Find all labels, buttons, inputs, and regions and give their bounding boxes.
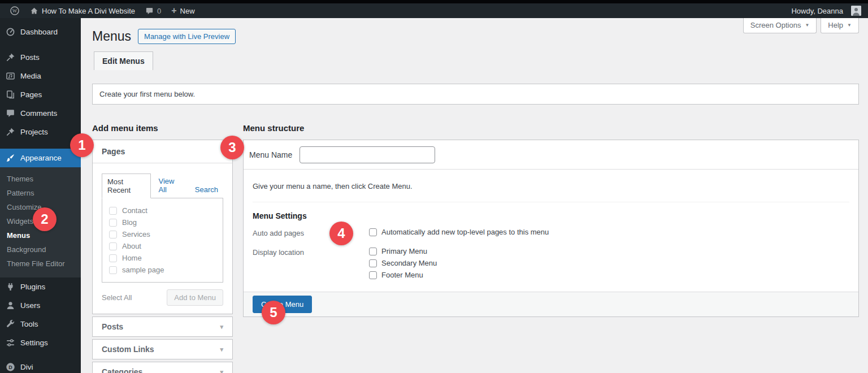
- sidebar-item-appearance[interactable]: Appearance: [0, 149, 81, 167]
- create-menu-button[interactable]: Create Menu: [253, 296, 312, 313]
- page-checkbox-row[interactable]: sample page: [102, 264, 223, 276]
- checkbox[interactable]: [109, 231, 117, 238]
- sidebar-item-label: Comments: [20, 109, 57, 118]
- select-all-link[interactable]: Select All: [102, 293, 132, 302]
- menu-name-label: Menu Name: [249, 150, 292, 159]
- sidebar-item-tools[interactable]: Tools: [0, 315, 81, 333]
- plus-icon: +: [171, 6, 176, 15]
- admin-sidebar: Dashboard Posts Media Pages Comments: [0, 18, 81, 373]
- menu-help-text: Give your menu a name, then click Create…: [253, 182, 849, 190]
- checkbox[interactable]: [109, 242, 117, 250]
- appearance-submenu: Themes Patterns Customize Widgets Menus …: [0, 167, 81, 277]
- submenu-item-background[interactable]: Background: [0, 242, 81, 257]
- plugin-icon: [6, 282, 15, 292]
- display-location-label: Display location: [253, 247, 369, 283]
- location-footer-menu[interactable]: Footer Menu: [369, 271, 437, 279]
- dashboard-icon: [6, 27, 15, 37]
- new-label: New: [180, 7, 195, 15]
- location-primary-menu[interactable]: Primary Menu: [369, 247, 437, 255]
- media-icon: [6, 71, 15, 81]
- sidebar-item-posts[interactable]: Posts: [0, 48, 81, 67]
- sidebar-item-media[interactable]: Media: [0, 67, 81, 85]
- tab-search[interactable]: Search: [190, 182, 223, 198]
- checkbox-label: Primary Menu: [381, 247, 427, 255]
- sidebar-item-label: Divi: [20, 363, 33, 371]
- main-content: Screen Options ▼ Help ▼ Menus Manage wit…: [81, 18, 868, 373]
- sidebar-item-pages[interactable]: Pages: [0, 85, 81, 104]
- menu-name-input[interactable]: [300, 146, 435, 163]
- help-button[interactable]: Help ▼: [821, 18, 859, 33]
- menu-structure-panel: Menu Name Give your menu a name, then cl…: [243, 140, 859, 317]
- accordion-label: Custom Links: [102, 345, 154, 354]
- checkbox[interactable]: [109, 219, 117, 227]
- checkbox[interactable]: [109, 254, 117, 262]
- sidebar-item-comments[interactable]: Comments: [0, 104, 81, 123]
- sidebar-item-label: Plugins: [20, 283, 45, 291]
- menu-settings-heading: Menu Settings: [253, 211, 849, 220]
- comment-bubble-icon: [6, 109, 15, 118]
- submenu-item-menus[interactable]: Menus: [0, 228, 81, 242]
- divider: [253, 202, 849, 202]
- sidebar-item-label: Appearance: [20, 154, 62, 162]
- auto-add-pages-label: Auto add pages: [253, 228, 369, 240]
- accordion-custom-links[interactable]: Custom Links ▾: [92, 339, 233, 359]
- wordpress-admin-screen: W How To Make A Divi Website 0 + New: [0, 0, 868, 373]
- accordion-categories[interactable]: Categories ▾: [92, 362, 233, 373]
- chevron-down-icon: ▼: [805, 23, 809, 28]
- tab-view-all[interactable]: View All: [154, 174, 187, 198]
- sidebar-item-divi[interactable]: D Divi: [0, 358, 81, 373]
- wordpress-logo[interactable]: W: [5, 3, 25, 18]
- page-checkbox-row[interactable]: Contact: [102, 205, 223, 216]
- submenu-item-widgets[interactable]: Widgets: [0, 214, 81, 228]
- checkbox[interactable]: [369, 248, 377, 255]
- paintbrush-icon: [6, 153, 15, 163]
- submenu-item-themes[interactable]: Themes: [0, 172, 81, 186]
- checkbox[interactable]: [369, 259, 377, 267]
- sidebar-item-users[interactable]: Users: [0, 296, 81, 315]
- live-preview-button[interactable]: Manage with Live Preview: [138, 29, 236, 44]
- submenu-item-theme-file-editor[interactable]: Theme File Editor: [0, 257, 81, 271]
- page-checkbox-row[interactable]: Blog: [102, 216, 223, 228]
- tab-most-recent[interactable]: Most Recent: [102, 174, 151, 198]
- checkbox-label: Secondary Menu: [381, 259, 437, 267]
- page-checkbox-row[interactable]: Services: [102, 228, 223, 240]
- accordion-label: Posts: [102, 322, 123, 331]
- submenu-item-customize[interactable]: Customize: [0, 200, 81, 214]
- admin-bar-site-name[interactable]: How To Make A Divi Website: [25, 3, 140, 18]
- page-checkbox-row[interactable]: Home: [102, 252, 223, 264]
- pages-accordion-header[interactable]: Pages: [93, 140, 232, 163]
- checkbox[interactable]: [109, 266, 117, 274]
- help-label: Help: [828, 21, 843, 29]
- accordion-label: Categories: [102, 367, 142, 373]
- wrench-icon: [6, 319, 15, 329]
- checkbox[interactable]: [369, 228, 377, 236]
- auto-add-pages-option[interactable]: Automatically add new top-level pages to…: [369, 228, 549, 236]
- sidebar-item-projects[interactable]: Projects: [0, 123, 81, 141]
- new-content-button[interactable]: + New: [166, 3, 199, 18]
- site-name-label: How To Make A Divi Website: [42, 7, 135, 15]
- checkbox[interactable]: [369, 271, 377, 279]
- submenu-item-patterns[interactable]: Patterns: [0, 186, 81, 200]
- add-to-menu-button[interactable]: Add to Menu: [167, 289, 223, 306]
- account-menu[interactable]: Howdy, Deanna: [786, 3, 861, 18]
- page-checkbox-row[interactable]: About: [102, 240, 223, 252]
- screen-options-label: Screen Options: [750, 21, 801, 29]
- sidebar-item-dashboard[interactable]: Dashboard: [0, 23, 81, 41]
- pushpin-icon: [6, 127, 15, 137]
- sidebar-item-label: Posts: [20, 53, 40, 62]
- sidebar-item-plugins[interactable]: Plugins: [0, 277, 81, 296]
- svg-text:W: W: [12, 8, 18, 14]
- admin-bar-comments[interactable]: 0: [140, 3, 166, 18]
- page-item-label: Home: [122, 254, 142, 262]
- tab-edit-menus[interactable]: Edit Menus: [94, 51, 153, 70]
- howdy-label: Howdy, Deanna: [791, 7, 843, 15]
- sidebar-item-settings[interactable]: Settings: [0, 333, 81, 352]
- wordpress-logo-icon: W: [10, 6, 20, 16]
- location-secondary-menu[interactable]: Secondary Menu: [369, 259, 437, 267]
- add-menu-items-column: Add menu items Pages Most Recent View Al…: [92, 105, 233, 373]
- checkbox[interactable]: [109, 207, 117, 215]
- checkbox-label: Footer Menu: [381, 271, 423, 279]
- accordion-posts[interactable]: Posts ▾: [92, 316, 233, 337]
- admin-bar: W How To Make A Divi Website 0 + New: [0, 0, 868, 18]
- screen-options-button[interactable]: Screen Options ▼: [743, 18, 817, 33]
